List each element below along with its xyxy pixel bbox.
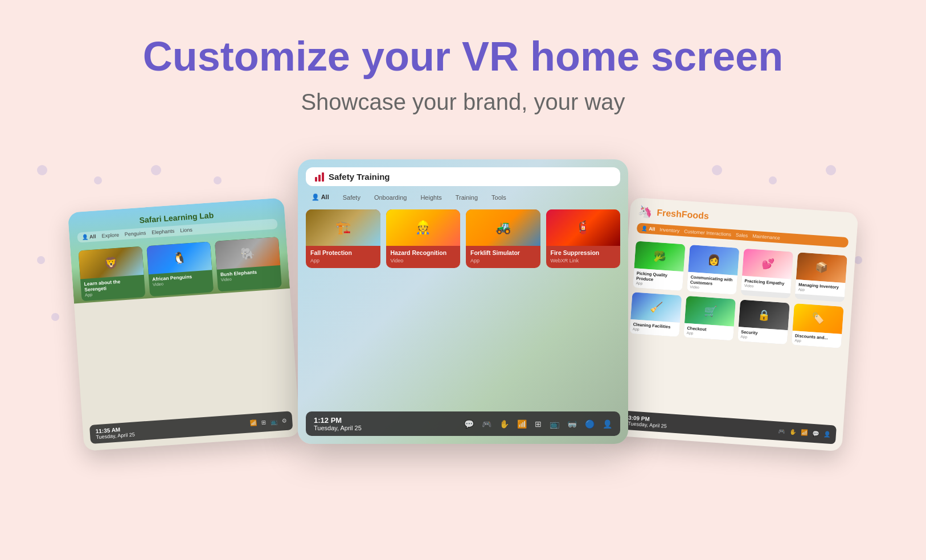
card-forklift-body: Forklift Simulator App xyxy=(466,246,540,268)
card-forklift-img: 🚜 xyxy=(466,209,540,246)
safari-card-serengeti-img: 🦁 xyxy=(79,246,144,279)
hand-icon: ✋ xyxy=(499,419,509,429)
fresh-card-inventory[interactable]: 📦 Managing Inventory App xyxy=(794,252,847,302)
safari-card-serengeti-body: Learn about the Serengeti App xyxy=(80,275,145,302)
fresh-card-security-img: 🔒 xyxy=(739,299,790,330)
fresh-card-empathy[interactable]: 💕 Practicing Empathy Video xyxy=(741,249,794,299)
safari-footer-time: 11:35 AM Tuesday, April 25 xyxy=(95,426,135,440)
safari-card-serengeti[interactable]: 🦁 Learn about the Serengeti App xyxy=(79,246,146,302)
logo-bar-3 xyxy=(322,172,324,182)
fresh-card-checkout-body: Checkout App xyxy=(683,323,734,341)
hero-subtitle: Showcase your brand, your way xyxy=(0,89,926,115)
safari-card-penguins-img: 🐧 xyxy=(146,241,212,274)
card-hazard-type: Video xyxy=(391,258,456,263)
fresh-tab-customer[interactable]: Customer Interactions xyxy=(684,228,732,237)
card-forklift-type: App xyxy=(470,258,536,263)
card-fire-img: 🧯 xyxy=(546,209,621,246)
wifi-icon: 📶 xyxy=(517,419,527,429)
decorative-dot xyxy=(37,256,45,264)
hero-section: Customize your VR home screen Showcase y… xyxy=(0,0,926,115)
safety-footer-time: 1:12 PM Tuesday, April 25 xyxy=(314,416,362,431)
settings-icon: ⚙ xyxy=(281,418,287,425)
safari-content: Safari Learning Lab 👤 All Explore Pengui… xyxy=(68,197,300,451)
safari-nav-tab-elephants[interactable]: Elephants xyxy=(151,228,175,236)
fresh-card-discounts[interactable]: 🏷️ Discounts and... App xyxy=(792,303,844,348)
fresh-cards-grid: 🥦 Picking Quality Produce App 👩 Communic… xyxy=(621,236,856,353)
safety-logo xyxy=(315,172,324,182)
logo-bar-1 xyxy=(315,177,317,182)
safety-tab-training[interactable]: Training xyxy=(452,192,481,203)
card-fire-title: Fire Suppression xyxy=(551,249,616,257)
fresh-footer-time: 3:09 PM Tuesday, April 25 xyxy=(628,414,667,429)
card-hazard-img: 👷 xyxy=(386,209,461,246)
fresh-card-picking[interactable]: 🥦 Picking Quality Produce App xyxy=(633,241,686,291)
card-forklift[interactable]: 🚜 Forklift Simulator App xyxy=(466,209,540,268)
fresh-person-icon: 👤 xyxy=(823,431,831,438)
fresh-card-cleaning-img: 🧹 xyxy=(630,292,682,323)
safety-cards-grid: 🏗️ Fall Protection App 👷 Hazard Recognit… xyxy=(298,206,628,271)
safari-nav-tab-lions[interactable]: Lions xyxy=(180,227,192,233)
bluetooth-icon: 🔵 xyxy=(585,419,595,429)
fresh-card-empathy-img: 💕 xyxy=(742,249,793,279)
fresh-card-communicating[interactable]: 👩 Communicating with Customers Video xyxy=(687,245,740,295)
screens-wrapper: Safari Learning Lab 👤 All Explore Pengui… xyxy=(93,159,833,546)
safari-nav-tab-penguins[interactable]: Penguins xyxy=(125,230,146,237)
safari-card-penguins[interactable]: 🐧 African Penguins Video xyxy=(146,241,214,297)
screen-safety: Safety Training 👤 All Safety Onboarding … xyxy=(298,159,628,444)
safari-branding: The Lab xyxy=(174,447,212,451)
decorative-dot xyxy=(51,313,59,321)
safari-nav-tab-all[interactable]: 👤 All xyxy=(82,233,96,240)
fresh-card-communicating-img: 👩 xyxy=(688,245,739,275)
fresh-card-cleaning[interactable]: 🧹 Cleaning Facilities App xyxy=(629,292,682,337)
safari-footer-icons: 📶 ⊞ 📺 ⚙ xyxy=(249,418,287,427)
hero-title: Customize your VR home screen xyxy=(0,34,926,79)
fresh-controller-icon: 🎮 xyxy=(778,428,785,435)
vr-icon: 🥽 xyxy=(567,419,577,429)
safari-card-elephants[interactable]: 🐘 Bush Elephants Video xyxy=(215,237,282,292)
fresh-card-cleaning-body: Cleaning Facilities App xyxy=(629,319,680,337)
safety-content: Safety Training 👤 All Safety Onboarding … xyxy=(298,159,628,444)
safari-card-elephants-img: 🐘 xyxy=(215,237,280,270)
fresh-card-security[interactable]: 🔒 Security App xyxy=(737,299,790,344)
safety-footer-icons: 💬 🎮 ✋ 📶 ⊞ 📺 🥽 🔵 👤 xyxy=(464,419,612,429)
safety-time-value: 1:12 PM xyxy=(314,416,362,425)
card-fall-protection[interactable]: 🏗️ Fall Protection App xyxy=(306,209,380,268)
fresh-footer-icons: 🎮 ✋ 📶 💬 👤 xyxy=(778,428,831,438)
screen-safari: Safari Learning Lab 👤 All Explore Pengui… xyxy=(68,197,300,451)
card-fall-protection-img: 🏗️ xyxy=(306,209,380,246)
fresh-tab-all[interactable]: 👤 All xyxy=(641,225,655,232)
fresh-card-checkout[interactable]: 🛒 Checkout App xyxy=(683,296,736,341)
safety-tab-tools[interactable]: Tools xyxy=(488,192,510,203)
card-fall-protection-body: Fall Protection App xyxy=(306,246,380,268)
safety-header: Safety Training xyxy=(306,167,620,186)
fresh-tab-sales[interactable]: Sales xyxy=(736,232,748,238)
fresh-tab-maintenance[interactable]: Maintenance xyxy=(752,233,780,241)
grid-icon: ⊞ xyxy=(261,419,266,426)
card-fall-protection-type: App xyxy=(310,258,376,263)
fresh-card-inventory-body: Managing Inventory App xyxy=(795,279,846,297)
fresh-card-discounts-body: Discounts and... App xyxy=(792,331,842,348)
safety-tab-all[interactable]: 👤 All xyxy=(308,192,333,203)
card-fire[interactable]: 🧯 Fire Suppression WebXR Link xyxy=(546,209,621,268)
safety-nav-tabs: 👤 All Safety Onboarding Heights Training… xyxy=(306,192,620,203)
logo-bar-2 xyxy=(318,175,321,182)
fresh-card-inventory-img: 📦 xyxy=(796,252,847,283)
fresh-hand-icon: ✋ xyxy=(789,429,797,435)
safety-tab-onboarding[interactable]: Onboarding xyxy=(371,192,411,203)
safety-footer: 1:12 PM Tuesday, April 25 💬 🎮 ✋ 📶 ⊞ 📺 🥽 … xyxy=(306,411,620,436)
chat-icon: 💬 xyxy=(464,419,474,429)
safari-nav-tab-explore[interactable]: Explore xyxy=(101,232,119,239)
fresh-card-picking-img: 🥦 xyxy=(634,241,685,271)
fresh-logo-icon: 🦄 xyxy=(638,205,653,220)
card-hazard[interactable]: 👷 Hazard Recognition Video xyxy=(386,209,461,268)
person-icon: 👤 xyxy=(603,419,612,429)
fresh-tab-inventory[interactable]: Inventory xyxy=(659,227,680,233)
wifi-icon: 📶 xyxy=(249,420,257,427)
card-hazard-body: Hazard Recognition Video xyxy=(386,246,461,268)
grid2-icon: ⊞ xyxy=(535,419,542,429)
fresh-title: FreshFoods xyxy=(657,208,710,221)
fresh-content: 🦄 FreshFoods 👤 All Inventory Customer In… xyxy=(614,197,858,452)
screen-freshfoods: 🦄 FreshFoods 👤 All Inventory Customer In… xyxy=(614,197,858,452)
safety-tab-safety[interactable]: Safety xyxy=(339,192,364,203)
safety-tab-heights[interactable]: Heights xyxy=(417,192,445,203)
